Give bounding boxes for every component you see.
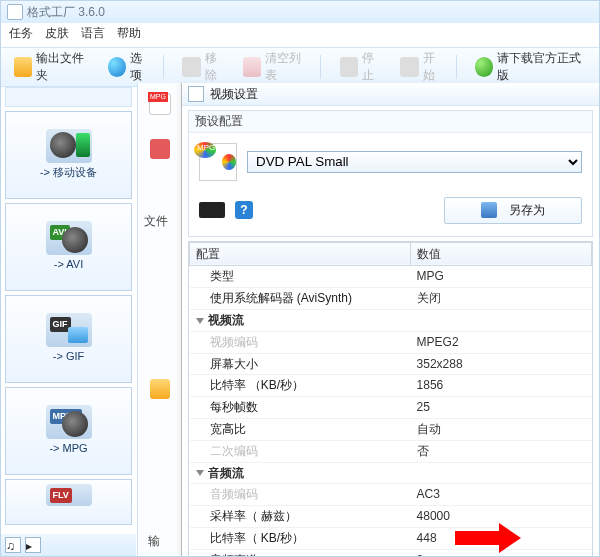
sidebar-item-flv[interactable]: FLV [5,479,132,525]
clear-list-button[interactable]: 清空列表 [236,46,317,88]
table-row[interactable]: 音频编码AC3 [190,484,592,506]
table-row[interactable]: 比特率 （KB/秒）1856 [190,375,592,397]
video-settings-dialog: 视频设置 预设配置 MPG DVD PAL Small ? [181,83,599,556]
setting-key: 比特率（ KB/秒） [190,527,411,549]
options-button[interactable]: 选项 [101,46,159,88]
section-header[interactable]: 视频流 [190,309,592,331]
sidebar-item-label: -> MPG [49,441,87,456]
setting-value[interactable]: MPG [411,266,592,288]
setting-value[interactable]: 25 [411,397,592,419]
setting-key: 屏幕大小 [190,353,411,375]
setting-key: 比特率 （KB/秒） [190,375,411,397]
table-row[interactable]: 使用系统解码器 (AviSynth)关闭 [190,288,592,310]
globe-icon [108,57,126,77]
table-row[interactable]: 类型MPG [190,266,592,288]
music-icon[interactable]: ♫ [5,537,21,553]
dialog-icon [188,86,204,102]
dialog-title: 视频设置 [210,86,258,103]
settings-table-wrap: 配置 数值 类型MPG使用系统解码器 (AviSynth)关闭视频流视频编码MP… [188,241,593,557]
menu-tasks[interactable]: 任务 [9,25,33,45]
sidebar: -> 移动设备 AVI -> AVI GIF -> GIF MPEG [1,83,136,556]
table-row[interactable]: 音频流 [190,462,592,484]
avi-icon: AVI [46,221,92,255]
clear-list-label: 清空列表 [265,50,309,84]
preset-group: 预设配置 MPG DVD PAL Small ? 另存为 [188,110,593,237]
save-as-label: 另存为 [509,202,545,219]
setting-value[interactable]: 48000 [411,506,592,528]
stop-label: 停止 [362,50,384,84]
table-row[interactable]: 视频流 [190,309,592,331]
remove-icon [182,57,200,77]
setting-value[interactable]: 2 [411,549,592,557]
setting-value[interactable]: 352x288 [411,353,592,375]
setting-value[interactable]: 1856 [411,375,592,397]
preset-group-title: 预设配置 [189,111,592,133]
sidebar-item-mpg[interactable]: MPEG -> MPG [5,387,132,475]
start-label: 开始 [423,50,445,84]
preset-select[interactable]: DVD PAL Small [247,151,582,173]
menu-help[interactable]: 帮助 [117,25,141,45]
console-chip[interactable] [199,202,225,218]
table-row[interactable]: 每秒帧数25 [190,397,592,419]
app-window: 格式工厂 3.6.0 任务 皮肤 语言 帮助 输出文件夹 选项 移除 清空列表 … [0,0,600,557]
sidebar-item-avi[interactable]: AVI -> AVI [5,203,132,291]
color-wheel-icon [222,154,236,170]
setting-key: 音频声道 [190,549,411,557]
setting-key: 采样率（ 赫兹） [190,506,411,528]
col-value[interactable]: 数值 [411,242,592,266]
download-official-button[interactable]: 请下载官方正式版 [468,46,593,88]
mpg-chip: MPG [149,93,171,115]
gif-icon: GIF [46,313,92,347]
table-row[interactable]: 比特率（ KB/秒）448 [190,527,592,549]
setting-value[interactable]: 否 [411,440,592,462]
toolbar: 输出文件夹 选项 移除 清空列表 停止 开始 请下载官方正式版 [1,47,599,87]
sidebar-header-strip [5,87,132,107]
output-prefix: 输 [148,533,160,550]
mobile-icon [46,129,92,163]
save-as-button[interactable]: 另存为 [444,197,582,224]
table-row[interactable]: 采样率（ 赫兹）48000 [190,506,592,528]
output-folder-button[interactable]: 输出文件夹 [7,46,99,88]
setting-value[interactable]: 自动 [411,418,592,440]
mpg-tag: MPG [194,142,216,158]
download-icon [475,57,493,77]
options-label: 选项 [130,50,152,84]
flv-badge: FLV [50,488,72,503]
setting-key: 音频编码 [190,484,411,506]
remove-label: 移除 [205,50,227,84]
col-key[interactable]: 配置 [190,242,411,266]
setting-value[interactable]: 关闭 [411,288,592,310]
sidebar-item-gif[interactable]: GIF -> GIF [5,295,132,383]
flv-icon: FLV [46,484,92,506]
help-button[interactable]: ? [235,201,253,219]
mpg-icon: MPEG [46,405,92,439]
remove-button[interactable]: 移除 [175,46,233,88]
middle-column: MPG 文件 输 [137,83,182,556]
setting-value[interactable]: AC3 [411,484,592,506]
sidebar-item-mobile[interactable]: -> 移动设备 [5,111,132,199]
menu-language[interactable]: 语言 [81,25,105,45]
expand-icon[interactable]: ▸ [25,537,41,553]
setting-value[interactable]: MPEG2 [411,331,592,353]
stop-icon [340,57,358,77]
preset-icon: MPG [199,143,237,181]
toolbar-divider [163,55,171,79]
setting-key: 宽高比 [190,418,411,440]
setting-value[interactable]: 448 [411,527,592,549]
table-row[interactable]: 视频编码MPEG2 [190,331,592,353]
setting-key: 每秒帧数 [190,397,411,419]
setting-key: 视频编码 [190,331,411,353]
table-row[interactable]: 音频声道2 [190,549,592,557]
output-folder-label: 输出文件夹 [36,50,91,84]
stop-button[interactable]: 停止 [333,46,391,88]
play-icon [400,57,418,77]
menu-skin[interactable]: 皮肤 [45,25,69,45]
sidebar-bottombar: ♫ ▸ [1,534,136,556]
table-row[interactable]: 宽高比自动 [190,418,592,440]
sidebar-item-label: -> 移动设备 [40,165,97,180]
start-button[interactable]: 开始 [393,46,451,88]
table-row[interactable]: 屏幕大小352x288 [190,353,592,375]
table-row[interactable]: 二次编码否 [190,440,592,462]
toolbar-divider [456,55,464,79]
section-header[interactable]: 音频流 [190,462,592,484]
